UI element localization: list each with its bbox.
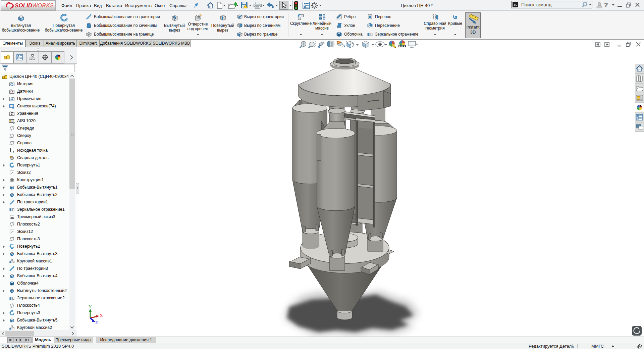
svg-text:!: ! [247, 5, 248, 8]
svg-text:A: A [342, 43, 345, 48]
svg-text:Y: Y [89, 304, 92, 309]
svg-text:3D: 3D [10, 216, 14, 219]
svg-text:A: A [10, 97, 13, 101]
svg-text:Σ: Σ [11, 112, 13, 116]
svg-text:X: X [100, 313, 103, 318]
svg-text:Z: Z [95, 320, 98, 324]
